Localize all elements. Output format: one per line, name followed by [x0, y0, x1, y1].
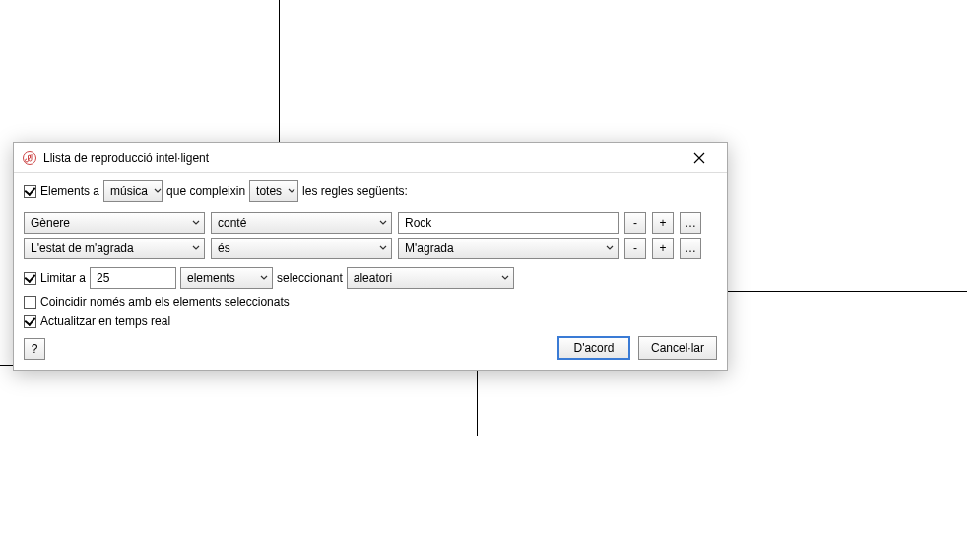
rule-row: L'estat de m'agrada és M'agrada - + …	[24, 238, 717, 259]
rule-operator-value: és	[218, 242, 230, 255]
nest-rule-button[interactable]: …	[680, 238, 701, 259]
match-checkbox[interactable]	[24, 185, 36, 198]
limit-unit-select[interactable]: elements	[180, 267, 273, 289]
rule-operator-value: conté	[218, 216, 246, 230]
chevron-down-icon	[379, 220, 387, 226]
limit-by-value: aleatori	[354, 271, 392, 285]
rule-value: Rock	[405, 216, 431, 230]
chevron-down-icon	[154, 188, 162, 194]
limit-label: Limitar a	[40, 271, 86, 285]
add-rule-button[interactable]: +	[652, 238, 674, 259]
limit-by-select[interactable]: aleatori	[347, 267, 514, 289]
chevron-down-icon	[288, 188, 295, 194]
rule-field-value: Gènere	[31, 216, 70, 230]
help-button[interactable]: ?	[24, 338, 45, 360]
music-note-icon	[22, 150, 37, 166]
callout-line-top	[279, 0, 280, 142]
limit-checkbox[interactable]	[24, 272, 36, 285]
rule-field-select[interactable]: Gènere	[24, 212, 205, 234]
remove-rule-button[interactable]: -	[624, 212, 646, 234]
match-checked-label: Coincidir només amb els elements selecci…	[40, 295, 290, 309]
rule-field-value: L'estat de m'agrada	[31, 242, 134, 255]
limit-unit-value: elements	[187, 271, 235, 285]
dialog-title: Llista de reproducció intel·ligent	[43, 151, 680, 165]
close-icon	[693, 152, 705, 164]
live-update-label: Actualitzar en temps real	[40, 314, 170, 328]
match-row: Elements a música que compleixin totes l…	[24, 180, 717, 202]
chevron-down-icon	[192, 245, 200, 251]
match-source-value: música	[110, 184, 148, 198]
dialog-footer: ? D'acord Cancel·lar	[24, 336, 717, 360]
limit-row: Limitar a 25 elements seleccionant aleat…	[24, 267, 717, 289]
match-source-select[interactable]: música	[103, 180, 163, 202]
limit-count-input[interactable]: 25	[90, 267, 176, 289]
rule-row: Gènere conté Rock - + …	[24, 212, 717, 234]
rule-value-select[interactable]: M'agrada	[398, 238, 619, 259]
rule-field-select[interactable]: L'estat de m'agrada	[24, 238, 205, 259]
match-checked-checkbox[interactable]	[24, 296, 36, 309]
footer-buttons: D'acord Cancel·lar	[557, 336, 717, 360]
close-button[interactable]	[680, 146, 719, 170]
ok-button[interactable]: D'acord	[557, 336, 630, 360]
limit-select-label: seleccionant	[277, 271, 343, 285]
rule-value-input[interactable]: Rock	[398, 212, 619, 234]
match-mid-label: que compleixin	[166, 184, 245, 198]
match-all-value: totes	[256, 184, 282, 198]
live-update-checkbox[interactable]	[24, 315, 36, 328]
match-suffix-label: les regles següents:	[302, 184, 408, 198]
titlebar: Llista de reproducció intel·ligent	[14, 143, 727, 173]
match-checked-row: Coincidir només amb els elements selecci…	[24, 295, 717, 309]
chevron-down-icon	[379, 245, 387, 251]
chevron-down-icon	[606, 245, 614, 251]
smart-playlist-dialog: Llista de reproducció intel·ligent Eleme…	[13, 142, 728, 371]
chevron-down-icon	[260, 275, 268, 281]
nest-rule-button[interactable]: …	[680, 212, 701, 234]
chevron-down-icon	[501, 275, 509, 281]
live-update-row: Actualitzar en temps real	[24, 314, 717, 328]
dialog-content: Elements a música que compleixin totes l…	[14, 173, 727, 370]
rule-operator-select[interactable]: conté	[211, 212, 392, 234]
limit-count-value: 25	[97, 271, 109, 285]
remove-rule-button[interactable]: -	[624, 238, 646, 259]
match-prefix-label: Elements a	[40, 184, 99, 198]
cancel-button[interactable]: Cancel·lar	[638, 336, 717, 360]
chevron-down-icon	[192, 220, 200, 226]
match-all-select[interactable]: totes	[249, 180, 298, 202]
rule-value: M'agrada	[405, 242, 454, 255]
rule-operator-select[interactable]: és	[211, 238, 392, 259]
add-rule-button[interactable]: +	[652, 212, 674, 234]
